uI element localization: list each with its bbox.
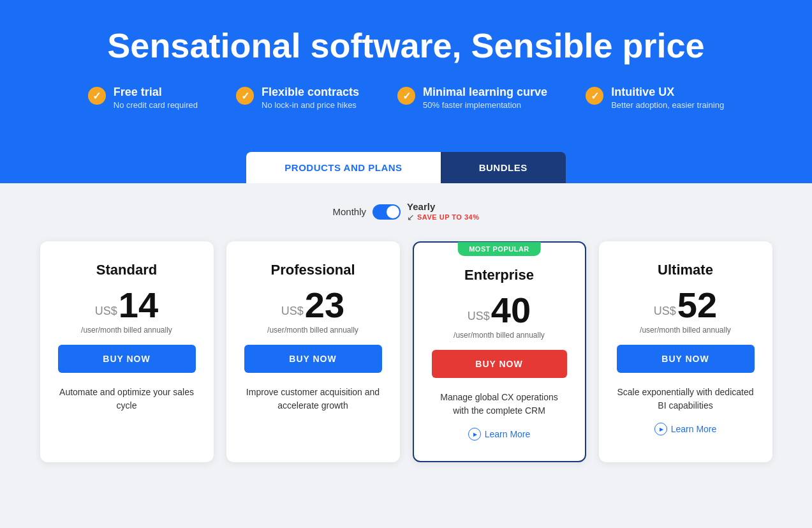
billing-toggle[interactable]	[373, 204, 401, 220]
plan-name-standard: Standard	[96, 262, 157, 278]
feature-sub-2: No lock-in and price hikes	[262, 100, 359, 110]
check-icon-2	[236, 87, 254, 105]
learn-more-ultimate[interactable]: Learn More	[654, 423, 717, 435]
plan-name-enterprise: Enterprise	[464, 267, 534, 283]
currency-professional: US$	[281, 305, 304, 318]
learn-more-label-enterprise: Learn More	[485, 429, 531, 439]
currency-enterprise: US$	[468, 310, 490, 323]
feature-sub-1: No credit card required	[114, 100, 198, 110]
feature-title-1: Free trial	[114, 86, 198, 99]
currency-standard: US$	[95, 305, 117, 318]
card-professional: Professional US$ 23 /user/month billed a…	[226, 241, 400, 462]
feature-learning-curve: Minimal learning curve 50% faster implem…	[397, 86, 547, 110]
currency-ultimate: US$	[654, 305, 676, 318]
price-period-ultimate: /user/month billed annually	[640, 326, 731, 335]
price-number-enterprise: 40	[491, 292, 531, 328]
hero-title: Sensational software, Sensible price	[38, 26, 774, 65]
check-icon-1	[88, 87, 106, 105]
price-period-professional: /user/month billed annually	[267, 326, 358, 335]
card-ultimate: Ultimate US$ 52 /user/month billed annua…	[599, 241, 772, 462]
card-enterprise: MOST POPULAR Enterprise US$ 40 /user/mon…	[413, 241, 586, 462]
card-standard: Standard US$ 14 /user/month billed annua…	[40, 241, 214, 462]
learn-more-enterprise[interactable]: Learn More	[468, 428, 531, 441]
feature-free-trial: Free trial No credit card required	[88, 86, 198, 110]
arrow-icon: ↙	[407, 212, 415, 222]
feature-sub-3: 50% faster implementation	[423, 100, 547, 110]
yearly-label: Yearly	[407, 201, 435, 212]
tabs-wrapper: PRODUCTS AND PLANS BUNDLES	[0, 142, 812, 183]
plan-name-professional: Professional	[270, 262, 355, 278]
tab-bundles[interactable]: BUNDLES	[441, 152, 566, 183]
price-number-standard: 14	[119, 287, 158, 323]
hero-section: Sensational software, Sensible price Fre…	[0, 0, 812, 142]
check-icon-3	[397, 87, 415, 105]
feature-flexible-contracts: Flexible contracts No lock-in and price …	[236, 86, 359, 110]
hero-features: Free trial No credit card required Flexi…	[38, 86, 774, 110]
description-ultimate: Scale exponentially with dedicated BI ca…	[617, 386, 755, 412]
buy-button-standard[interactable]: BUY NOW	[58, 345, 196, 373]
price-row-ultimate: US$ 52	[654, 287, 717, 323]
most-popular-badge: MOST POPULAR	[457, 242, 541, 256]
price-row-professional: US$ 23	[281, 287, 344, 323]
price-row-enterprise: US$ 40	[468, 292, 531, 328]
price-period-enterprise: /user/month billed annually	[454, 331, 545, 340]
price-row-standard: US$ 14	[95, 287, 158, 323]
play-icon-ultimate	[654, 423, 667, 435]
toggle-knob	[387, 206, 399, 218]
price-number-ultimate: 52	[677, 287, 717, 323]
learn-more-label-ultimate: Learn More	[671, 424, 717, 434]
save-badge: SAVE UP TO 34%	[417, 213, 479, 221]
feature-intuitive-ux: Intuitive UX Better adoption, easier tra…	[586, 86, 724, 110]
monthly-label: Monthly	[332, 206, 366, 217]
pricing-cards-section: Standard US$ 14 /user/month billed annua…	[0, 235, 812, 488]
description-standard: Automate and optimize your sales cycle	[58, 386, 196, 412]
feature-title-4: Intuitive UX	[611, 86, 724, 99]
billing-section: Monthly Yearly ↙ SAVE UP TO 34%	[0, 183, 812, 235]
description-enterprise: Manage global CX operations with the com…	[432, 391, 567, 418]
price-number-professional: 23	[305, 287, 344, 323]
description-professional: Improve customer acquisition and acceler…	[244, 386, 382, 412]
buy-button-enterprise[interactable]: BUY NOW	[432, 350, 567, 378]
buy-button-professional[interactable]: BUY NOW	[244, 345, 382, 373]
buy-button-ultimate[interactable]: BUY NOW	[617, 345, 755, 373]
plan-name-ultimate: Ultimate	[658, 262, 713, 278]
check-icon-4	[586, 87, 603, 105]
price-period-standard: /user/month billed annually	[81, 326, 172, 335]
tab-products-plans[interactable]: PRODUCTS AND PLANS	[246, 152, 440, 183]
feature-title-3: Minimal learning curve	[423, 86, 547, 99]
feature-title-2: Flexible contracts	[262, 86, 359, 99]
feature-sub-4: Better adoption, easier training	[611, 100, 724, 110]
play-icon-enterprise	[468, 428, 481, 441]
tabs-container: PRODUCTS AND PLANS BUNDLES	[246, 152, 565, 183]
